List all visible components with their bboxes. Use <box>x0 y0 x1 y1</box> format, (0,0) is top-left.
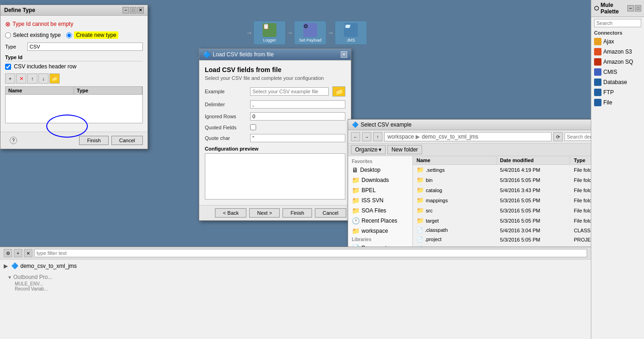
back-btn[interactable]: < Back <box>215 208 246 218</box>
create-new-option[interactable]: Create new type <box>66 31 118 39</box>
nav-path: workspace ▶ demo_csv_to_xml_jms <box>384 132 552 141</box>
table-toolbar: + ✕ ↑ ↓ 📁 <box>5 73 143 84</box>
move-up-btn[interactable]: ↑ <box>27 73 37 84</box>
finish-btn-csv[interactable]: Finish <box>282 208 312 218</box>
help-btn[interactable]: ? <box>10 137 17 144</box>
soafiles-label: SOA Files <box>362 207 386 214</box>
error-row: ⊗ Type Id cannot be empty <box>5 20 143 28</box>
organize-btn[interactable]: Organize ▾ <box>351 145 386 154</box>
remove-btn[interactable]: ✕ <box>24 249 32 257</box>
error-message: Type Id cannot be empty <box>12 21 73 27</box>
connector-item-ajax[interactable]: Ajax <box>591 36 644 47</box>
sidebar-desktop[interactable]: 🖥 Desktop <box>348 165 412 175</box>
new-folder-btn[interactable]: New folder <box>387 145 422 154</box>
filter-input[interactable] <box>34 249 587 257</box>
palette-search-input[interactable] <box>594 19 641 27</box>
close-btn[interactable]: ✕ <box>137 7 144 13</box>
settings-btn[interactable]: ⚙ <box>4 249 12 257</box>
file-name-cell: 📁.settings <box>413 165 496 175</box>
flow-node-logger[interactable]: 📋 Logger <box>253 21 286 45</box>
ignored-rows-label: Ignored Rows <box>205 114 246 119</box>
move-down-btn[interactable]: ↓ <box>38 73 49 84</box>
quoted-fields-checkbox[interactable] <box>250 124 256 130</box>
file-name-cell: 📁mappings <box>413 195 496 206</box>
palette-maximize-btn[interactable]: □ <box>635 5 641 12</box>
mule-palette-search-area <box>591 17 644 29</box>
quote-char-input[interactable] <box>250 134 345 142</box>
connector-label: Amazon SQ <box>603 59 633 65</box>
table-header: Name Type <box>6 87 142 95</box>
breadcrumb-workspace[interactable]: workspace <box>387 133 414 140</box>
tree-item-expand[interactable]: ▶ 🔷 demo_csv_to_xml_jms <box>0 261 591 270</box>
logger-label: Logger <box>263 38 276 42</box>
create-new-radio[interactable] <box>66 32 72 38</box>
select-existing-option[interactable]: Select existing type <box>5 32 61 38</box>
recentplaces-icon: 🕐 <box>352 217 360 224</box>
file-date-cell: 5/3/2016 5:05 PM <box>496 195 570 206</box>
select-existing-radio[interactable] <box>5 32 11 38</box>
define-type-title: Define Type <box>4 7 35 13</box>
sidebar-downloads[interactable]: 📁 Downloads <box>348 175 412 185</box>
sidebar-isssvn[interactable]: 📁 ISS SVN <box>348 195 412 206</box>
flow-arrow-2: → <box>287 29 293 36</box>
flow-diagram: → 📋 Logger → ⚙ Set Payload → 📨 JMS <box>245 21 367 45</box>
file-date-cell: 5/3/2016 5:05 PM <box>496 216 570 226</box>
organize-chevron: ▾ <box>379 146 381 153</box>
file-icon: 📄 <box>417 227 423 233</box>
next-btn[interactable]: Next > <box>249 208 280 218</box>
connector-label: Database <box>603 79 627 85</box>
name-col-header: Name <box>6 87 74 94</box>
refresh-nav-btn[interactable]: ⟳ <box>553 132 563 141</box>
csv-header-checkbox[interactable] <box>5 64 11 70</box>
minimize-btn[interactable]: − <box>123 7 129 13</box>
config-preview: Configuration preview <box>205 146 345 200</box>
connector-label: Amazon S3 <box>603 48 632 55</box>
sidebar-workspace[interactable]: 📁 workspace <box>348 226 412 236</box>
palette-minimize-btn[interactable]: − <box>627 5 634 12</box>
sidebar-bpel[interactable]: 📁 BPEL <box>348 185 412 195</box>
cancel-btn-csv[interactable]: Cancel <box>315 208 346 218</box>
add-row-btn[interactable]: + <box>5 73 15 84</box>
back-nav-btn[interactable]: ← <box>351 132 360 141</box>
connector-icon <box>594 58 601 66</box>
load-csv-title: Load CSV fields from file <box>205 66 345 73</box>
maximize-btn[interactable]: □ <box>130 7 136 13</box>
connector-item-cmis[interactable]: CMIS <box>591 67 644 77</box>
load-csv-btn[interactable]: 📁 <box>49 73 60 84</box>
quote-char-label: Quote char <box>205 135 246 141</box>
connector-item-file[interactable]: File <box>591 97 644 108</box>
delimiter-input[interactable] <box>250 100 345 109</box>
connector-label: FTP <box>603 89 614 96</box>
load-csv-close-btn[interactable]: ✕ <box>341 51 347 58</box>
mule-palette-icon: ⬡ <box>594 5 599 12</box>
define-type-dialog: Define Type − □ ✕ ⊗ Type Id cannot be em… <box>0 5 148 149</box>
connector-icon <box>594 48 601 55</box>
bottom-panel-header: ⚙ + ✕ <box>0 247 591 260</box>
up-nav-btn[interactable]: ↑ <box>373 132 382 141</box>
connector-item-amazon-sq[interactable]: Amazon SQ <box>591 57 644 67</box>
favorites-label: Favorites <box>348 158 412 165</box>
finish-btn[interactable]: Finish <box>79 136 108 145</box>
example-input[interactable] <box>250 87 329 96</box>
flow-node-setpayload[interactable]: ⚙ Set Payload <box>294 21 326 45</box>
forward-nav-btn[interactable]: → <box>362 132 371 141</box>
cancel-btn-define[interactable]: Cancel <box>111 136 143 145</box>
sidebar-recentplaces[interactable]: 🕐 Recent Places <box>348 216 412 226</box>
flow-node-jms[interactable]: 📨 JMS <box>335 21 367 45</box>
add-btn[interactable]: + <box>14 249 22 257</box>
desktop-label: Desktop <box>360 167 380 173</box>
config-preview-area <box>205 153 345 200</box>
breadcrumb-project[interactable]: demo_csv_to_xml_jms <box>422 133 478 140</box>
select-csv-title: Select CSV example <box>361 121 411 128</box>
connector-item-database[interactable]: Database <box>591 77 644 87</box>
type-input[interactable] <box>27 42 143 51</box>
browse-btn[interactable]: 📁 <box>332 86 345 97</box>
connector-item-amazon-s3[interactable]: Amazon S3 <box>591 47 644 57</box>
define-type-body: ⊗ Type Id cannot be empty Select existin… <box>0 16 147 132</box>
sidebar-soafiles[interactable]: 📁 SOA Files <box>348 206 412 216</box>
ignored-rows-input[interactable] <box>250 112 345 121</box>
remove-row-btn[interactable]: ✕ <box>16 73 26 84</box>
fields-table: Name Type <box>5 86 143 123</box>
connector-item-ftp[interactable]: FTP <box>591 87 644 97</box>
bpel-icon: 📁 <box>352 187 360 194</box>
